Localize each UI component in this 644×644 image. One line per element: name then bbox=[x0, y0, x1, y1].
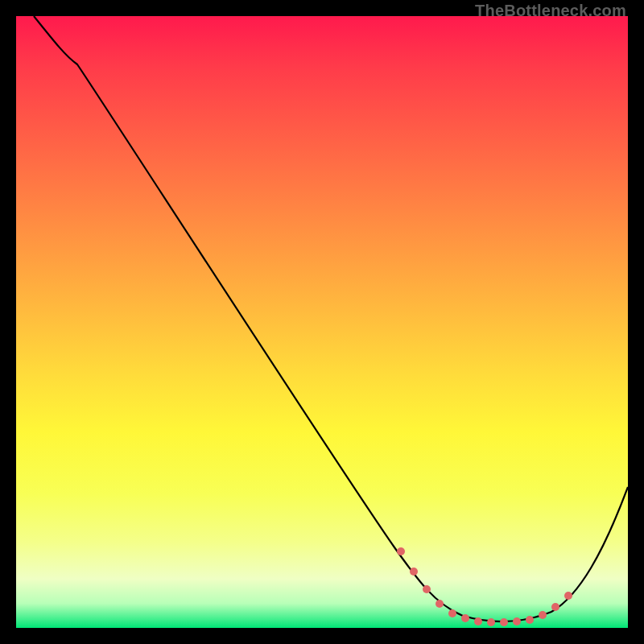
watermark-text: TheBottleneck.com bbox=[475, 2, 626, 20]
marker-dot bbox=[500, 618, 508, 626]
chart-stage: TheBottleneck.com bbox=[0, 0, 644, 644]
marker-dot bbox=[539, 611, 547, 619]
marker-dot bbox=[436, 600, 444, 608]
marker-dot bbox=[564, 592, 572, 600]
bottleneck-curve bbox=[34, 16, 628, 621]
marker-dot bbox=[526, 616, 534, 624]
marker-dot bbox=[410, 568, 418, 576]
marker-dot bbox=[397, 547, 405, 555]
marker-dot bbox=[513, 617, 521, 625]
marker-dot bbox=[423, 585, 431, 593]
marker-dot bbox=[461, 614, 469, 622]
marker-dot bbox=[448, 609, 456, 617]
curve-svg bbox=[16, 16, 628, 628]
marker-dot bbox=[474, 617, 482, 625]
plot-area bbox=[16, 16, 628, 628]
marker-dot bbox=[551, 603, 559, 611]
marker-dot bbox=[487, 618, 495, 626]
